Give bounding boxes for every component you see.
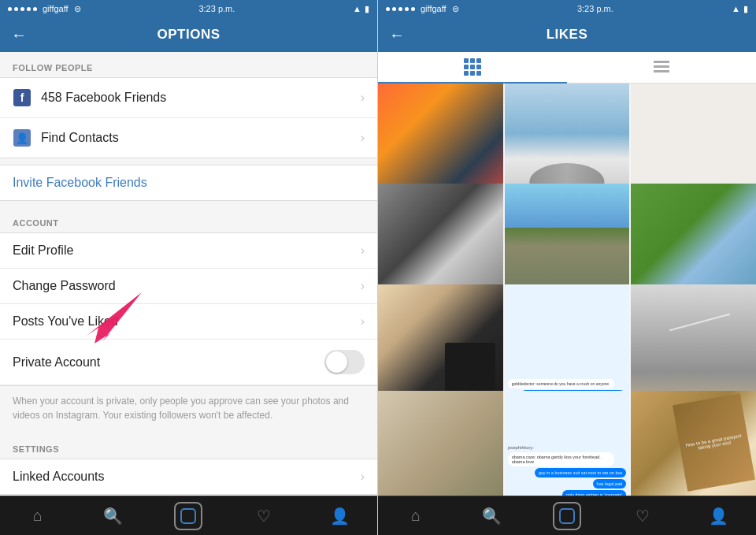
profile-icon-left: 👤 bbox=[330, 507, 350, 526]
invite-facebook-link[interactable]: Invite Facebook Friends bbox=[0, 165, 377, 201]
signal-dot-2 bbox=[14, 7, 18, 11]
book-text: How to be a great passport taking your s… bbox=[679, 429, 749, 456]
private-account-toggle[interactable] bbox=[324, 350, 365, 374]
camera-inner-left bbox=[180, 508, 196, 524]
back-button-left[interactable]: ← bbox=[11, 26, 27, 44]
dot-6 bbox=[476, 65, 481, 69]
nav-profile-left[interactable]: 👤 bbox=[320, 499, 359, 533]
private-account-label: Private Account bbox=[13, 355, 324, 370]
list-icon bbox=[654, 61, 669, 72]
grid-dots-icon bbox=[464, 58, 481, 76]
signal-dot-4 bbox=[27, 7, 31, 11]
photo-chat2[interactable]: josephthbury: obama care: obama gently k… bbox=[505, 391, 630, 496]
search-icon-right: 🔍 bbox=[482, 507, 502, 526]
settings-menu-group: Linked Accounts › bbox=[0, 459, 377, 495]
linked-accounts-chevron: › bbox=[361, 470, 365, 484]
likes-header: ← LIKES bbox=[378, 17, 756, 52]
bottom-nav-right: ⌂ 🔍 ♡ 👤 bbox=[378, 496, 756, 535]
status-left: giffgaff ⊜ bbox=[8, 4, 81, 14]
change-password-item[interactable]: Change Password › bbox=[0, 269, 377, 304]
wifi-icon-right: ⊜ bbox=[452, 4, 459, 14]
chat-line-2: guy in a business suit sat next to me on… bbox=[535, 468, 627, 477]
toggle-knob bbox=[326, 351, 347, 373]
photo-street[interactable] bbox=[378, 391, 503, 496]
photo-book[interactable]: How to be a great passport taking your s… bbox=[631, 391, 756, 496]
camera-inner-right bbox=[559, 508, 575, 524]
grid-view-button[interactable] bbox=[378, 52, 567, 84]
options-content-wrapper: FOLLOW PEOPLE f 458 Facebook Friends › 👤… bbox=[0, 52, 377, 496]
nav-home-right[interactable]: ⌂ bbox=[396, 499, 435, 533]
signal-dot-1 bbox=[8, 7, 12, 11]
edit-profile-chevron: › bbox=[361, 243, 365, 258]
status-time-left: 3:23 p.m. bbox=[198, 4, 235, 13]
nav-profile-right[interactable]: 👤 bbox=[699, 499, 738, 533]
heart-icon-left: ♡ bbox=[257, 507, 271, 526]
chat-line-4: only thing written is 'muppets' bbox=[562, 490, 627, 496]
dot-4 bbox=[464, 65, 469, 69]
nav-home-left[interactable]: ⌂ bbox=[18, 499, 57, 533]
account-section-header: ACCOUNT bbox=[0, 207, 377, 232]
search-icon-left: 🔍 bbox=[103, 507, 123, 526]
nav-camera-left[interactable] bbox=[169, 499, 208, 533]
status-right-right: ▲ ▮ bbox=[732, 4, 748, 14]
facebook-icon: f bbox=[13, 88, 32, 107]
status-left-right: giffgaff ⊜ bbox=[386, 4, 459, 14]
list-line-2 bbox=[654, 65, 669, 68]
home-icon-left: ⌂ bbox=[33, 507, 43, 525]
nav-camera-right[interactable] bbox=[547, 499, 587, 533]
edit-profile-label: Edit Profile bbox=[13, 243, 361, 258]
follow-menu-group: f 458 Facebook Friends › 👤 Find Contacts… bbox=[0, 77, 377, 158]
contacts-chevron: › bbox=[361, 131, 365, 145]
chat-username: josephthbury: bbox=[508, 445, 627, 450]
signal-dot-3 bbox=[20, 7, 24, 11]
follow-section-header: FOLLOW PEOPLE bbox=[0, 52, 377, 77]
location-icon: ▲ bbox=[353, 4, 361, 13]
chat-messages-2: josephthbury: obama care: obama gently k… bbox=[508, 445, 627, 496]
nav-heart-left[interactable]: ♡ bbox=[244, 499, 284, 533]
profile-icon-right: 👤 bbox=[709, 507, 728, 526]
chat-bubble-1: gobbledoctor: someone do you have a crus… bbox=[508, 379, 615, 388]
text-lines bbox=[687, 126, 700, 166]
nav-search-right[interactable]: 🔍 bbox=[472, 499, 511, 533]
options-scroll[interactable]: FOLLOW PEOPLE f 458 Facebook Friends › 👤… bbox=[0, 52, 377, 496]
bottom-nav-left: ⌂ 🔍 ♡ 👤 bbox=[0, 496, 377, 535]
book-cover: How to be a great passport taking your s… bbox=[673, 393, 755, 492]
contacts-icon: 👤 bbox=[13, 128, 32, 147]
camera-button-left bbox=[174, 502, 202, 530]
nav-search-left[interactable]: 🔍 bbox=[94, 499, 133, 533]
posts-liked-chevron: › bbox=[361, 314, 365, 329]
dot-7 bbox=[464, 71, 469, 76]
list-line-3 bbox=[654, 70, 669, 72]
chat-line-3: has legal pad bbox=[593, 479, 627, 489]
options-header: ← OPTIONS bbox=[0, 17, 377, 52]
photo-grid[interactable]: gobbledoctor: someone do you have a crus… bbox=[378, 84, 756, 496]
options-panel: giffgaff ⊜ 3:23 p.m. ▲ ▮ ← OPTIONS FOLLO… bbox=[0, 0, 378, 535]
location-icon-right: ▲ bbox=[732, 4, 740, 13]
r-signal-dot-1 bbox=[386, 7, 390, 11]
facebook-friends-label: 458 Facebook Friends bbox=[41, 91, 361, 105]
r-signal-dot-2 bbox=[392, 7, 396, 11]
linked-accounts-item[interactable]: Linked Accounts › bbox=[0, 459, 377, 494]
posts-liked-item[interactable]: Posts You've Liked › bbox=[0, 304, 377, 340]
options-title: OPTIONS bbox=[157, 27, 220, 43]
dot-2 bbox=[470, 58, 475, 63]
facebook-friends-item[interactable]: f 458 Facebook Friends › bbox=[0, 78, 377, 118]
list-view-button[interactable] bbox=[567, 52, 756, 84]
edit-profile-item[interactable]: Edit Profile › bbox=[0, 233, 377, 269]
battery-icon-right: ▮ bbox=[743, 4, 748, 14]
back-button-right[interactable]: ← bbox=[389, 26, 405, 44]
find-contacts-label: Find Contacts bbox=[41, 131, 361, 145]
wifi-icon: ⊜ bbox=[74, 4, 81, 14]
change-password-label: Change Password bbox=[13, 279, 361, 293]
find-contacts-item[interactable]: 👤 Find Contacts › bbox=[0, 118, 377, 158]
private-account-row: Private Account bbox=[0, 340, 377, 385]
dot-3 bbox=[476, 58, 481, 63]
carrier-name-right: giffgaff bbox=[421, 4, 447, 13]
nav-heart-right[interactable]: ♡ bbox=[623, 499, 662, 533]
dot-1 bbox=[464, 58, 469, 63]
change-password-chevron: › bbox=[361, 279, 365, 293]
private-account-description: When your account is private, only peopl… bbox=[0, 386, 377, 433]
status-right-left: ▲ ▮ bbox=[353, 4, 369, 14]
account-menu-group: Edit Profile › Change Password › Posts Y… bbox=[0, 232, 377, 386]
camera-button-right bbox=[553, 502, 581, 530]
